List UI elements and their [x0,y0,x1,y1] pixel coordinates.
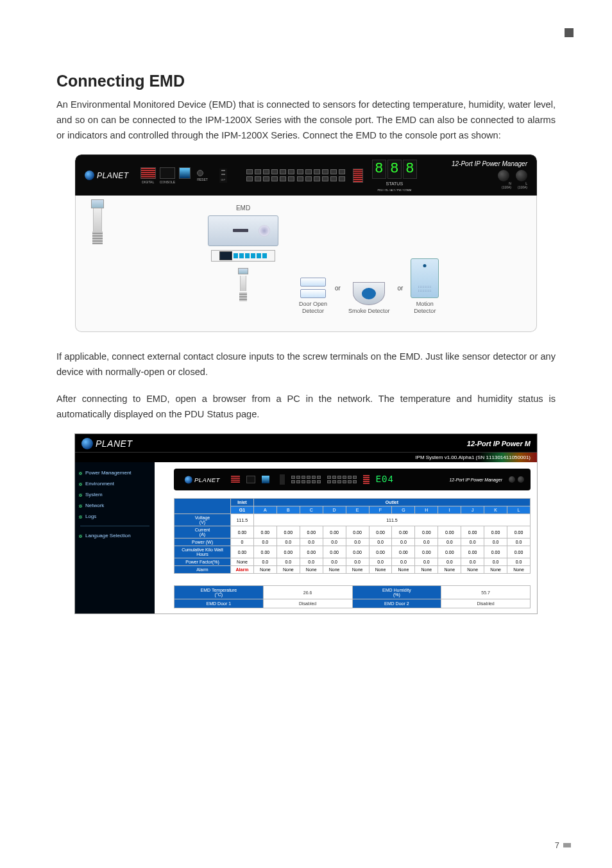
detector-options: Door OpenDetector or Smoke Detector or :… [299,258,439,315]
device-preview-strip: PLANET E04 12-Port IP Power Manager [174,469,531,490]
dip-switch-icon [221,170,225,171]
mini-digital-port [231,476,240,483]
nav-environment[interactable]: Environment [75,478,155,489]
col-A: A [253,506,276,514]
nav-language-selection[interactable]: Language Selection [75,530,155,541]
emd-label: EMD [236,204,250,212]
terminal-orb-n [498,170,509,181]
emd-temperature-value: 26.6 [263,586,352,599]
or-text-1: or [335,285,341,292]
table-row: Voltage(V) 111.5 111.5 [174,514,531,526]
orb-label-l: L(110A) [518,181,527,189]
table-row: Power Factor(%) None 0.00.00.00.00.00.00… [174,558,531,566]
web-logo-text: PLANET [96,438,132,449]
col-B: B [276,506,300,514]
mini-orb [509,476,515,483]
inlet-header: Inlet [231,499,254,506]
device-title: 12-Port IP Power Manager [452,160,527,167]
col-C: C [300,506,323,514]
emd-door2-label: EMD Door 2 [352,599,441,608]
table-row: Cumulative Kilo WattHours 0.00 0.000.000… [174,546,531,558]
door-open-detector: Door OpenDetector [299,278,327,315]
col-g1: G1 [231,506,254,514]
status-sublabel: PDU / OL / ALT / PW / COMM [377,188,411,192]
segment-display: 888 STATUS PDU / OL / ALT / PW / COMM [372,160,417,192]
nav-logs[interactable]: Logs [75,511,155,522]
mini-eth-port [262,476,269,483]
logo-text: PLANET [97,171,129,180]
emd-device-icon [208,215,278,246]
emd-connection-figure: PLANET DIGITAL CONSOLE RESET DIP [75,154,537,332]
status-data-table: Inlet Outlet G1 A B C D E F G H I J K L [174,498,531,574]
col-I: I [438,506,461,514]
pdu-status-screenshot: PLANET 12-Port IP Power M IPM System v1.… [74,433,538,614]
col-J: J [461,506,484,514]
col-L: L [507,506,531,514]
paragraph-browser: After connecting to EMD, open a browser … [56,391,556,422]
emd-device-block: EMD [208,204,278,301]
col-D: D [323,506,346,514]
outlet-ports-panel [246,169,294,181]
motion-detector: :::::::::::::::: MotionDetector [411,258,439,315]
system-info-text: IPM System v1.00.Alpha1 (SN 111301411050… [415,455,531,460]
terminal-orb-l [516,170,527,181]
console-cable-icon [91,199,104,244]
web-sidebar: Power Management Environment System Netw… [75,462,155,613]
web-main-panel: PLANET E04 12-Port IP Power Manager [155,462,537,613]
aux-port [353,169,363,183]
table-row: Current(A) 0.00 0.000.000.000.000.000.00… [174,526,531,538]
table-row: Alarm Alarm NoneNoneNoneNoneNoneNoneNone… [174,566,531,574]
terminal-block-icon [211,250,275,262]
outlet-header: Outlet [253,499,530,506]
system-info-bar: IPM System v1.00.Alpha1 (SN 111301411050… [75,452,537,462]
outlet-ports-panel-2 [297,169,345,181]
mini-aux-port [363,475,370,484]
digital-port [140,167,156,179]
page-number: 7 [555,840,571,850]
web-header: PLANET 12-Port IP Power M [75,434,537,452]
emd-door2-value: Disabled [441,599,531,608]
secondary-serial-icon [238,268,248,301]
mini-console-port [246,476,255,483]
motion-detector-label: MotionDetector [414,301,436,315]
web-title: 12-Port IP Power M [467,440,531,447]
ethernet-port [179,167,191,179]
or-text-2: or [397,285,403,292]
mini-segment-display: E04 [376,474,394,485]
globe-icon [81,438,93,449]
emd-door1-value: Disabled [263,599,352,608]
col-G: G [392,506,415,514]
globe-icon [85,171,94,180]
device-front-panel: PLANET DIGITAL CONSOLE RESET DIP [75,154,537,196]
environment-status-table: EMD Temperature(°C) 26.6 EMD Humidity(%)… [174,585,531,608]
emd-door1-label: EMD Door 1 [174,599,264,608]
console-port [160,167,175,179]
status-label: STATUS [386,181,404,186]
nav-system[interactable]: System [75,489,155,500]
globe-icon [185,476,192,483]
paragraph-intro: An Environmental Monitored Device (EMD) … [56,97,556,143]
emd-humidity-value: 55.7 [441,586,531,599]
nav-power-management[interactable]: Power Management [75,467,155,478]
paragraph-contact-closure: If applicable, connect external contact … [56,349,556,380]
mini-dip-icon [280,474,285,485]
col-F: F [369,506,392,514]
strip-device-title: 12-Port IP Power Manager [449,478,502,482]
nav-network[interactable]: Network [75,500,155,511]
planet-logo: PLANET [85,171,129,180]
web-planet-logo: PLANET [81,438,132,449]
col-E: E [346,506,369,514]
mini-outlet-ports-2 [327,476,357,483]
smoke-detector: Smoke Detector [348,282,390,315]
col-H: H [415,506,438,514]
orb-label-n: N(110A) [502,181,511,189]
col-K: K [484,506,507,514]
section-heading: Connecting EMD [56,72,556,90]
mini-outlet-ports [291,476,321,483]
mini-orb [518,476,524,483]
page-corner-marker [565,28,574,37]
smoke-detector-label: Smoke Detector [348,308,390,315]
table-row: Power (W) 0 0.00.00.00.00.00.00.00.00.00… [174,538,531,546]
device-title-block: 12-Port IP Power Manager N(110A) L(110A) [452,160,527,189]
reset-button-icon [197,170,203,176]
